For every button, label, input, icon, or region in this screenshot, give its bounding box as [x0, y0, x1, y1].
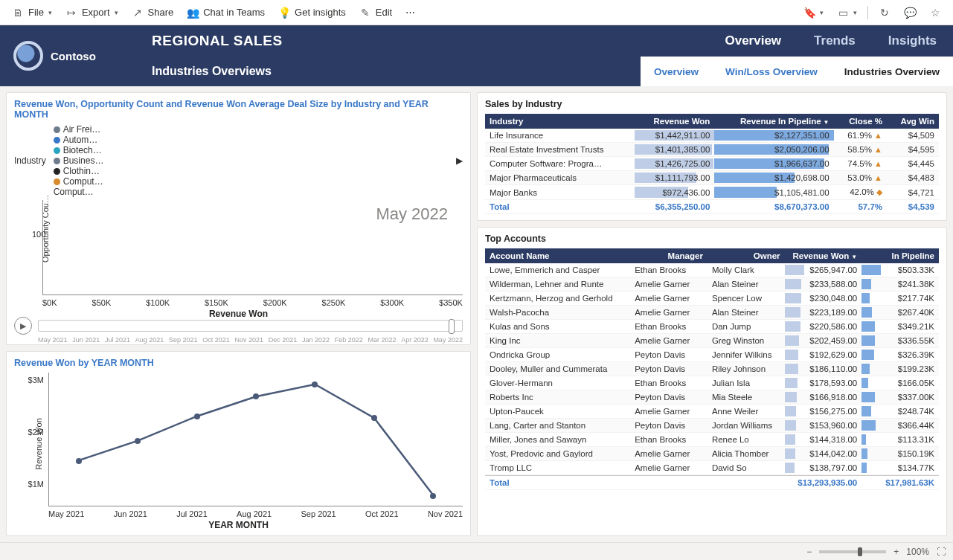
sales-industry-title: Sales by Industry: [485, 99, 939, 109]
brand-logo-icon: [13, 41, 43, 71]
rectangle-icon: ▭: [837, 7, 849, 19]
line-point[interactable]: [194, 413, 200, 419]
top-accounts-card[interactable]: Top Accounts Account NameManagerOwnerRev…: [477, 227, 947, 536]
table-row[interactable]: Tromp LLC Amelie Garner David So $138,79…: [485, 461, 939, 475]
legend-scroll-right-icon[interactable]: ▶: [456, 155, 463, 166]
refresh-button[interactable]: ↻: [873, 4, 896, 22]
teams-icon: 👥: [187, 7, 199, 19]
column-header[interactable]: Industry: [485, 114, 635, 129]
line-path: [49, 373, 463, 506]
column-header[interactable]: Close %: [834, 114, 887, 129]
bookmark-icon: 🔖: [803, 7, 815, 19]
top-accounts-scroll[interactable]: Lowe, Emmerich and Casper Ethan Brooks M…: [485, 263, 939, 475]
column-header[interactable]: Manager: [630, 248, 707, 263]
tab-overview[interactable]: Overview: [641, 57, 712, 86]
table-row[interactable]: Computer Software: Progra… $1,426,725.00…: [485, 157, 939, 171]
export-icon: ↦: [65, 7, 77, 19]
sales-by-industry-card[interactable]: Sales by Industry IndustryRevenue WonRev…: [477, 92, 947, 221]
play-button[interactable]: ▶: [14, 317, 32, 335]
tab-industries-overview[interactable]: Industries Overview: [831, 57, 953, 86]
status-bar: − + 100% ⛶: [0, 542, 953, 560]
export-menu[interactable]: ↦Export▾: [60, 4, 124, 22]
column-header[interactable]: Revenue In Pipeline: [714, 114, 833, 129]
column-header[interactable]: Avg Win: [887, 114, 939, 129]
table-row[interactable]: Lang, Carter and Stanton Peyton Davis Jo…: [485, 419, 939, 433]
column-header[interactable]: Owner: [707, 248, 785, 263]
top-accounts-table[interactable]: Lowe, Emmerich and Casper Ethan Brooks M…: [485, 263, 939, 475]
column-header[interactable]: In Pipeline: [861, 248, 939, 263]
nav-overview[interactable]: Overview: [708, 25, 798, 57]
sub-tabs: OverviewWin/Loss OverviewIndustries Over…: [641, 57, 953, 86]
line-point[interactable]: [76, 458, 82, 464]
top-nav: OverviewTrendsInsights: [708, 25, 953, 57]
zoom-slider[interactable]: [819, 550, 886, 553]
lightbulb-icon: 💡: [278, 7, 290, 19]
table-row[interactable]: Ondricka Group Peyton Davis Jennifer Wil…: [485, 348, 939, 362]
table-row[interactable]: Roberts Inc Peyton Davis Mia Steele $166…: [485, 390, 939, 405]
report-title: REGIONAL SALES: [144, 33, 283, 49]
legend-item[interactable]: Air Frei…: [54, 124, 104, 135]
comment-icon: 💬: [904, 7, 916, 19]
chart1-title: Revenue Won, Opportunity Count and Reven…: [14, 99, 463, 120]
scatter-chart-card[interactable]: Revenue Won, Opportunity Count and Reven…: [6, 92, 471, 345]
table-row[interactable]: Life Insurance $1,442,911.00 $2,127,351.…: [485, 129, 939, 143]
table-row[interactable]: Yost, Predovic and Gaylord Amelie Garner…: [485, 447, 939, 461]
table-row[interactable]: Lowe, Emmerich and Casper Ethan Brooks M…: [485, 263, 939, 277]
tab-win-loss-overview[interactable]: Win/Loss Overview: [712, 57, 831, 86]
insights-button[interactable]: 💡Get insights: [272, 4, 352, 22]
table-row[interactable]: Major Pharmaceuticals $1,111,793.00 $1,4…: [485, 171, 939, 185]
chart2-x-label: YEAR MONTH: [14, 520, 463, 530]
sales-industry-table[interactable]: IndustryRevenue WonRevenue In PipelineCl…: [485, 114, 939, 214]
time-slider[interactable]: [38, 320, 463, 332]
legend-item[interactable]: Busines…: [54, 155, 104, 166]
report-header: Contoso REGIONAL SALES OverviewTrendsIns…: [0, 25, 953, 86]
column-header[interactable]: Revenue Won: [785, 248, 862, 263]
top-accounts-title: Top Accounts: [485, 234, 939, 244]
table-row[interactable]: Kulas and Sons Ethan Brooks Dan Jump $22…: [485, 320, 939, 334]
zoom-out-button[interactable]: −: [806, 547, 812, 557]
pencil-icon: ✎: [359, 7, 371, 19]
file-menu[interactable]: 🗎File▾: [6, 4, 58, 22]
line-chart-card[interactable]: Revenue Won by YEAR MONTH Revenue Won $3…: [6, 351, 471, 536]
legend-item[interactable]: Comput…: [54, 187, 104, 197]
table-row[interactable]: Kertzmann, Herzog and Gerhold Amelie Gar…: [485, 292, 939, 306]
table-row[interactable]: King Inc Amelie Garner Greg Winston $202…: [485, 334, 939, 348]
legend-item[interactable]: Clothin…: [54, 166, 104, 176]
zoom-in-button[interactable]: +: [893, 547, 899, 557]
table-row[interactable]: Major Banks $972,436.00 $1,105,481.00 42…: [485, 185, 939, 200]
line-point[interactable]: [430, 493, 436, 499]
view-menu[interactable]: ▭▾: [831, 4, 863, 22]
table-row[interactable]: Real Estate Investment Trusts $1,401,385…: [485, 143, 939, 157]
chat-teams-button[interactable]: 👥Chat in Teams: [181, 4, 271, 22]
nav-insights[interactable]: Insights: [872, 25, 953, 57]
bookmark-menu[interactable]: 🔖▾: [798, 4, 830, 22]
legend-item[interactable]: Autom…: [54, 135, 104, 145]
legend-item[interactable]: Comput…: [54, 176, 104, 187]
column-header[interactable]: Revenue Won: [635, 114, 714, 129]
refresh-icon: ↻: [879, 7, 891, 19]
fit-page-button[interactable]: ⛶: [937, 547, 946, 557]
table-row[interactable]: Wilderman, Lehner and Runte Amelie Garne…: [485, 277, 939, 292]
comment-button[interactable]: 💬: [898, 4, 922, 22]
table-row[interactable]: Upton-Paucek Amelie Garner Anne Weiler $…: [485, 405, 939, 419]
content-area: Revenue Won, Opportunity Count and Reven…: [0, 86, 953, 542]
slider-handle[interactable]: [449, 319, 455, 334]
more-menu[interactable]: ⋯: [400, 4, 421, 21]
file-icon: 🗎: [12, 7, 24, 19]
favorite-button[interactable]: ☆: [923, 4, 947, 22]
brand: Contoso: [0, 25, 144, 86]
zoom-level: 100%: [906, 547, 929, 557]
nav-trends[interactable]: Trends: [798, 25, 872, 57]
chart1-plot-area[interactable]: [42, 200, 463, 295]
table-row[interactable]: Glover-Hermann Ethan Brooks Julian Isla …: [485, 376, 939, 390]
table-row[interactable]: Miller, Jones and Sawayn Ethan Brooks Re…: [485, 433, 939, 447]
table-row[interactable]: Dooley, Muller and Cummerata Peyton Davi…: [485, 362, 939, 376]
table-row[interactable]: Walsh-Pacocha Amelie Garner Alan Steiner…: [485, 306, 939, 320]
chart2-plot-area[interactable]: [48, 373, 463, 506]
share-button[interactable]: ↗Share: [126, 4, 180, 22]
column-header[interactable]: Account Name: [485, 248, 630, 263]
legend-item[interactable]: Biotech…: [54, 145, 104, 155]
star-icon: ☆: [929, 7, 941, 19]
edit-button[interactable]: ✎Edit: [353, 4, 398, 22]
line-point[interactable]: [371, 415, 377, 421]
